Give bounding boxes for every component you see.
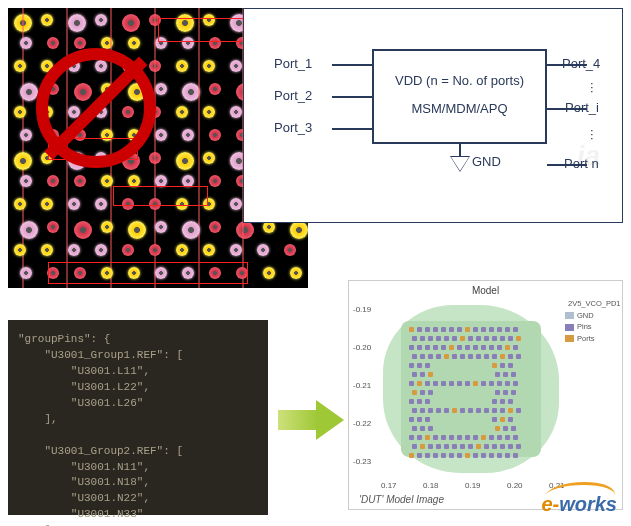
x-tick: 0.18 [423,481,439,490]
legend-item: Pins [565,322,617,333]
port-label: Port_2 [274,88,312,103]
y-tick: -0.19 [353,305,371,314]
port-label: Port_4 [562,56,600,71]
model-caption: 'DUT' Model Image [359,494,444,505]
model-plot-panel: Model 2V5_VCO_PD1GNDPinsPorts 'DUT' Mode… [348,280,623,510]
port-label: Port n [564,156,599,171]
arrow-right-icon [278,400,348,440]
y-tick: -0.20 [353,343,371,352]
block-diagram: VDD (n = No. of ports) MSM/MDM/APQ Port_… [243,8,623,223]
config-json-snippet: "groupPins": { "U3001_Group1.REF": [ "U3… [8,320,268,515]
port-label: Port_3 [274,120,312,135]
x-tick: 0.19 [465,481,481,490]
vdd-label: VDD (n = No. of ports) [374,73,545,88]
chip-label: MSM/MDM/APQ [374,101,545,116]
model-plot [377,299,565,479]
port-label: Port_1 [274,56,312,71]
eworks-logo: e-works [541,493,617,516]
port-label: Port_i [565,100,599,115]
gnd-label: GND [472,154,501,169]
legend: 2V5_VCO_PD1GNDPinsPorts [565,299,617,345]
ic-block: VDD (n = No. of ports) MSM/MDM/APQ [372,49,547,144]
legend-item: Ports [565,334,617,345]
y-tick: -0.23 [353,457,371,466]
model-title: Model [349,281,622,297]
x-tick: 0.20 [507,481,523,490]
prohibition-icon [36,48,156,168]
y-tick: -0.21 [353,381,371,390]
legend-item: GND [565,311,617,322]
y-tick: -0.22 [353,419,371,428]
x-tick: 0.17 [381,481,397,490]
legend-item: 2V5_VCO_PD1 [565,299,617,310]
